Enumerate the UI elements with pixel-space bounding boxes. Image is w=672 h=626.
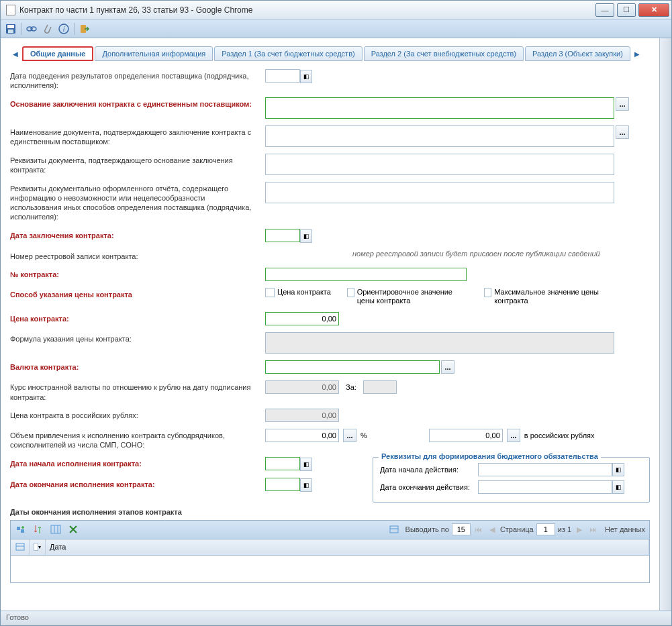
- checkbox-max[interactable]: [484, 288, 491, 297]
- label-doc-name: Наименование документа, подтверждающего …: [10, 125, 265, 147]
- svg-rect-15: [16, 543, 24, 550]
- titlebar: Контракт по части 1 пунктам 26, 33 стать…: [1, 1, 671, 19]
- input-rate-per: [363, 380, 397, 394]
- chk-label-approx: Ориентировочное значение цены контракта: [357, 288, 468, 305]
- label-price-method: Способ указания цены контракта: [10, 288, 265, 299]
- stages-grid: Выводить по ⏮ ◀ Страница из 1 ▶ ⏭ Нет да…: [10, 520, 650, 583]
- tab-scroll-left[interactable]: ◀: [10, 46, 21, 61]
- svg-point-4: [31, 27, 36, 31]
- input-basis[interactable]: [265, 97, 614, 119]
- grid-add-icon[interactable]: [15, 523, 27, 535]
- grid-select-all[interactable]: [34, 543, 38, 551]
- tab-additional[interactable]: Дополнительная информация: [95, 46, 213, 61]
- label-contract-date: Дата заключения контракта:: [10, 229, 265, 240]
- calendar-icon[interactable]: ◧: [612, 480, 624, 494]
- vertical-scrollbar[interactable]: [659, 38, 671, 611]
- input-price[interactable]: [265, 312, 339, 325]
- save-icon[interactable]: [5, 23, 17, 35]
- info-icon[interactable]: i: [58, 23, 70, 35]
- label-rub-suffix: в российских рублях: [524, 431, 595, 439]
- input-doc-name[interactable]: [265, 125, 614, 147]
- tab-section2[interactable]: Раздел 2 (За счет внебюджетных средств): [364, 46, 524, 61]
- grid-columns-icon[interactable]: [50, 523, 62, 535]
- reg-number-help: номер реестровой записи будет присвоен п…: [352, 250, 600, 258]
- main-toolbar: i: [1, 19, 671, 38]
- grid-body: [11, 556, 649, 582]
- input-smp-pct[interactable]: [265, 429, 339, 442]
- calendar-icon[interactable]: ◧: [612, 463, 624, 476]
- svg-rect-1: [7, 25, 14, 28]
- pager-next-icon[interactable]: ▶: [574, 524, 585, 535]
- pager-page-label: Страница: [500, 525, 534, 533]
- lookup-button[interactable]: ...: [441, 360, 454, 374]
- minimize-button[interactable]: —: [595, 3, 614, 17]
- input-price-formula: [265, 332, 614, 354]
- pager-pagesize[interactable]: [452, 523, 471, 535]
- label-currency: Валюта контракта:: [10, 360, 265, 372]
- tab-section3[interactable]: Раздел 3 (Объект закупки): [525, 46, 630, 61]
- label-bo-end: Дата окончания действия:: [380, 483, 478, 491]
- lookup-button[interactable]: ...: [507, 429, 520, 442]
- input-price-rub: [265, 409, 339, 422]
- input-report-req[interactable]: [265, 182, 614, 203]
- maximize-button[interactable]: ☐: [617, 3, 636, 17]
- pager-of-label: из 1: [558, 525, 571, 533]
- input-smp-rub[interactable]: [429, 429, 503, 442]
- tab-general[interactable]: Общие данные: [22, 46, 93, 61]
- pager-page[interactable]: [536, 523, 555, 535]
- lookup-button[interactable]: ...: [343, 429, 356, 442]
- grid-excel-icon[interactable]: [67, 523, 79, 535]
- grid-col-date[interactable]: Дата: [46, 539, 649, 555]
- input-doc-req[interactable]: [265, 154, 614, 175]
- input-contract-date[interactable]: [265, 229, 300, 242]
- grid-refresh-icon[interactable]: [388, 523, 400, 535]
- label-report-req: Реквизиты документально оформленного отч…: [10, 182, 265, 222]
- tab-section1[interactable]: Раздел 1 (За счет бюджетных средств): [214, 46, 362, 61]
- label-contract-no: № контракта:: [10, 268, 265, 279]
- checkbox-approx[interactable]: [347, 288, 354, 297]
- svg-text:i: i: [63, 25, 65, 33]
- checkbox-price[interactable]: [265, 288, 275, 297]
- label-za: За:: [346, 383, 356, 391]
- label-smp: Объем привлечения к исполнению контракта…: [10, 429, 265, 450]
- tab-strip: ◀ Общие данные Дополнительная информация…: [10, 45, 650, 62]
- input-currency[interactable]: [265, 360, 440, 374]
- budget-legend: Реквизиты для формирования бюджетного об…: [379, 452, 601, 460]
- label-pct: %: [361, 431, 367, 439]
- lookup-button[interactable]: ...: [616, 97, 629, 111]
- input-bo-start[interactable]: [478, 463, 612, 476]
- svg-rect-13: [390, 526, 398, 533]
- label-reg-number: Номер реестровой записи контракта:: [10, 250, 265, 261]
- input-contract-no[interactable]: [265, 268, 467, 281]
- calendar-icon[interactable]: ◧: [300, 70, 312, 83]
- attach-icon[interactable]: [42, 23, 54, 35]
- pager-last-icon[interactable]: ⏭: [587, 524, 598, 535]
- calendar-icon[interactable]: ◧: [300, 229, 312, 243]
- pager-first-icon[interactable]: ⏮: [473, 524, 484, 535]
- link-icon[interactable]: [26, 23, 38, 35]
- input-end-date[interactable]: [265, 478, 300, 491]
- close-button[interactable]: ✕: [638, 3, 669, 17]
- exit-icon[interactable]: [79, 23, 91, 35]
- grid-sort-icon[interactable]: [32, 523, 44, 535]
- input-start-date[interactable]: [265, 457, 300, 470]
- calendar-icon[interactable]: ◧: [300, 458, 312, 471]
- svg-rect-8: [17, 527, 20, 530]
- grid-header-icon: [15, 543, 25, 551]
- label-start-date: Дата начала исполнения контракта:: [10, 457, 265, 468]
- svg-rect-2: [8, 30, 13, 33]
- status-text: Готово: [6, 613, 29, 621]
- lookup-button[interactable]: ...: [616, 125, 629, 139]
- label-bo-start: Дата начала действия:: [380, 466, 478, 474]
- pager-nodata: Нет данных: [605, 525, 645, 533]
- pager-prev-icon[interactable]: ◀: [487, 524, 497, 535]
- label-end-date: Дата окончания исполнения контракта:: [10, 478, 265, 489]
- input-result-date[interactable]: [265, 69, 300, 83]
- window-title: Контракт по части 1 пунктам 26, 33 стать…: [19, 5, 595, 15]
- tab-scroll-right[interactable]: ▶: [632, 46, 642, 61]
- label-rate: Курс иностранной валюты по отношению к р…: [10, 380, 265, 402]
- main-content: ◀ Общие данные Дополнительная информация…: [1, 38, 659, 611]
- svg-rect-10: [51, 525, 60, 533]
- input-bo-end[interactable]: [478, 480, 612, 494]
- calendar-icon[interactable]: ◧: [300, 478, 312, 492]
